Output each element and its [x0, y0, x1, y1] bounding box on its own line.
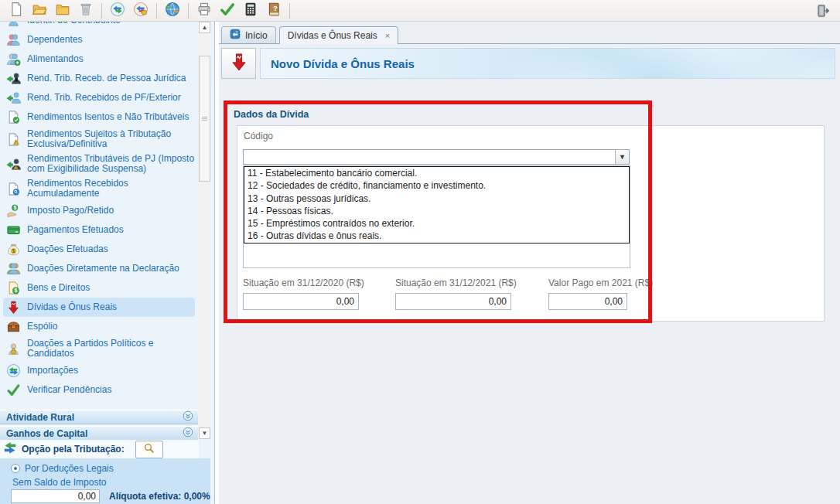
code-options: 11 - Estabelecimento bancário comercial.… [244, 166, 630, 243]
two-people-plus-icon [6, 52, 21, 66]
amount-input[interactable] [548, 293, 627, 310]
folder-button[interactable] [53, 2, 72, 20]
code-option[interactable]: 15 - Empréstimos contraídos no exterior. [244, 217, 629, 230]
sidebar-item-label: Bens e Direitos [27, 283, 90, 293]
trash-button[interactable] [77, 2, 95, 20]
sidebar-item-pagamentos-efetuados[interactable]: Pagamentos Efetuados [0, 220, 198, 240]
globe-transmit-button[interactable] [163, 2, 182, 20]
amount-input[interactable] [395, 293, 511, 310]
code-listbox: 11 - Estabelecimento bancário comercial.… [243, 165, 630, 268]
restore-backup-icon [110, 2, 125, 20]
print-icon [196, 2, 212, 20]
svg-text:!: ! [15, 165, 16, 169]
scrollbar-down-button[interactable]: ▼ [199, 427, 210, 439]
scrollbar-thumb[interactable] [199, 56, 210, 182]
sidebar-item-verificar-pendencias[interactable]: Verificar Pendências [0, 380, 198, 400]
effective-rate-label: Alíquota efetiva: 0,00% [109, 491, 210, 502]
double-chevron-down-icon[interactable] [183, 427, 193, 441]
sidebar-item-rend-trib-recebidos-de-pf-exterior[interactable]: Rend. Trib. Recebidos de PF/Exterior [0, 88, 198, 107]
red-down-arrow-icon [229, 51, 249, 76]
header-icon-box [221, 48, 256, 79]
scrollbar-up-button[interactable]: ▲ [199, 22, 210, 33]
tab-close-icon[interactable]: × [385, 31, 390, 40]
sidebar-item-identif-do-contribuinte[interactable]: Identif. do Contribuinte [0, 22, 198, 30]
restore-backup-button[interactable] [108, 2, 127, 20]
sidebar-item-label: Rendimentos Sujeitos à Tributação Exclus… [27, 129, 195, 149]
tax-search-button[interactable] [135, 441, 163, 458]
sidebar-item-doacoes-a-partidos-politicos-e-candidato[interactable]: Doações a Partidos Políticos e Candidato… [0, 336, 198, 361]
amount-field: Valor Pago em 2021 (R$) [548, 278, 653, 310]
sidebar-item-espolio[interactable]: Espólio [0, 317, 198, 336]
tax-amount-input[interactable] [11, 489, 100, 503]
sidebar-item-doacoes-diretamente-na-declaracao[interactable]: Doações Diretamente na Declaração [0, 259, 198, 278]
amount-field-label: Situação em 31/12/2020 (R$) [243, 278, 364, 288]
chest-icon [6, 319, 21, 334]
svg-text:$: $ [15, 288, 18, 294]
amount-field: Situação em 31/12/2020 (R$) [243, 278, 364, 310]
combobox-chevron-icon[interactable]: ▼ [615, 150, 629, 164]
sidebar-item-doacoes-efetuadas[interactable]: $Doações Efetuadas [0, 240, 198, 259]
verify-check-button[interactable] [218, 2, 237, 20]
sidebar-item-bens-e-direitos[interactable]: $Bens e Direitos [0, 278, 198, 298]
sidebar-item-rend-trib-receb-de-pessoa-juridica[interactable]: Rend. Trib. Receb. de Pessoa Jurídica [0, 69, 198, 88]
sidebar-item-imposto-pago-retido[interactable]: $Imposto Pago/Retido [0, 201, 198, 220]
code-combobox[interactable]: ▼ [243, 149, 630, 165]
tax-option-row: Opção pela Tributação: [0, 440, 199, 458]
sidebar-item-label: Pagamentos Efetuados [27, 225, 124, 235]
section-header-atividade-rural[interactable]: Atividade Rural [0, 410, 198, 424]
exit-button[interactable] [814, 2, 832, 20]
sidebar-scrollbar[interactable]: ▲ ▼ [199, 22, 210, 439]
group-title: Dados da Dívida [234, 109, 309, 120]
code-option[interactable]: 13 - Outras pessoas jurídicas. [244, 192, 629, 205]
page-banner: Novo Dívida e Ônus Reais [260, 48, 835, 79]
toolbar: ? [0, 0, 840, 22]
sidebar-item-rendimentos-isentos-e-nao-tributaveis[interactable]: Rendimentos Isentos e Não Tributáveis [0, 107, 198, 127]
sidebar-item-rendimentos-tributaveis-de-pj-imposto-co[interactable]: !Rendimentos Tributáveis de PJ (Imposto … [0, 152, 198, 176]
calculator-button[interactable] [241, 2, 260, 20]
page-title: Novo Dívida e Ônus Reais [271, 57, 415, 70]
arrow-person-dark-icon [6, 71, 21, 86]
import-export-arrows-icon [3, 441, 17, 458]
sidebar-item-label: Rendimentos Isentos e Não Tributáveis [27, 112, 189, 122]
sidebar-item-label: Doações a Partidos Políticos e Candidato… [27, 339, 195, 359]
code-option[interactable]: 12 - Sociedades de crédito, financiament… [244, 179, 629, 192]
open-folder-button[interactable] [30, 2, 49, 20]
code-option[interactable]: 11 - Estabelecimento bancário comercial. [244, 167, 629, 179]
sidebar-item-dividas-e-onus-reais[interactable]: Dívidas e Ônus Reais [3, 298, 195, 317]
sidebar-item-label: Rendimentos Tributáveis de PJ (Imposto c… [27, 154, 195, 174]
sidebar-item-alimentandos[interactable]: Alimentandos [0, 49, 198, 69]
doc-check-icon [6, 110, 21, 124]
tab-d-vidas-e-nus-reais[interactable]: Dívidas e Ônus Reais× [279, 26, 399, 44]
amount-field: Situação em 31/12/2021 (R$) [395, 278, 517, 310]
debt-data-panel: Código ▼ 11 - Estabelecimento bancário c… [237, 125, 825, 322]
deductions-radio[interactable] [11, 464, 20, 473]
code-option[interactable]: 16 - Outras dívidas e ônus reais. [244, 230, 629, 242]
tab-in-cio[interactable]: Início [221, 26, 276, 43]
sidebar-item-label: Doações Efetuadas [27, 244, 108, 254]
restore-backup-red-button[interactable] [131, 2, 150, 20]
section-header-ganhos-de-capital[interactable]: Ganhos de Capital [0, 426, 198, 441]
sidebar-item-label: Dívidas e Ônus Reais [27, 302, 117, 312]
sidebar-item-label: Espólio [27, 322, 57, 332]
sidebar-item-importacoes[interactable]: Importações [0, 361, 198, 380]
svg-text:$: $ [12, 248, 15, 254]
amount-input[interactable] [243, 293, 359, 310]
new-file-button[interactable] [7, 2, 26, 20]
sidebar-item-label: Alimentandos [27, 54, 84, 64]
sidebar-item-rendimentos-recebidos-acumuladamente[interactable]: Rendimentos Recebidos Acumuladamente [0, 176, 198, 201]
doc-coin-icon: $ [6, 281, 21, 295]
sidebar-item-label: Dependentes [27, 35, 82, 45]
double-chevron-down-icon[interactable] [183, 410, 193, 424]
help-book-button[interactable]: ? [265, 2, 283, 20]
person-lock-icon [6, 342, 21, 356]
new-file-icon [9, 2, 24, 20]
code-option[interactable]: 14 - Pessoas físicas. [244, 205, 629, 217]
sidebar-item-rendimentos-sujeitos-a-tributacao-exclus[interactable]: !Rendimentos Sujeitos à Tributação Exclu… [0, 127, 198, 152]
arrow-person-icon [6, 90, 21, 105]
print-button[interactable] [195, 2, 213, 20]
globe-sync-icon [6, 363, 21, 378]
svg-text:?: ? [273, 4, 278, 12]
sidebar-item-dependentes[interactable]: Dependentes [0, 30, 198, 49]
sidebar-item-label: Importações [27, 366, 78, 376]
doc-warning-icon: ! [6, 132, 21, 147]
